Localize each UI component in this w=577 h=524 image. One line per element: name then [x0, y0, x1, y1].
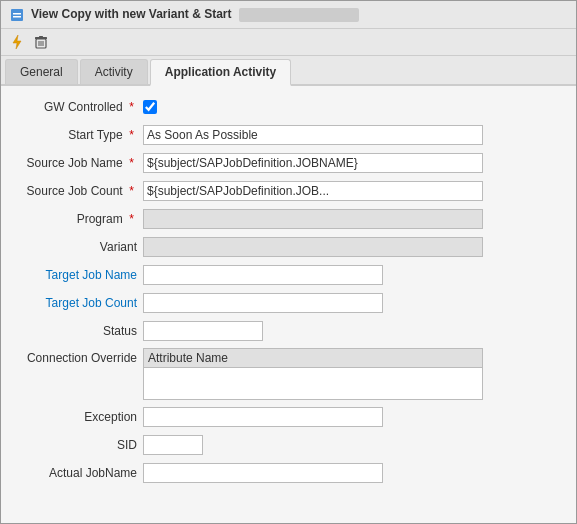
main-window: View Copy with new Variant & Start Gener… [0, 0, 577, 524]
start-type-row: Start Type * [13, 124, 564, 146]
toolbar [1, 29, 576, 56]
target-job-name-input[interactable] [143, 265, 383, 285]
source-job-name-label: Source Job Name * [13, 156, 143, 170]
exception-label: Exception [13, 410, 143, 424]
start-type-label: Start Type * [13, 128, 143, 142]
variant-input[interactable] [143, 237, 483, 257]
required-star: * [129, 100, 134, 114]
svg-rect-1 [13, 13, 21, 15]
target-job-count-label: Target Job Count [13, 296, 143, 310]
svg-rect-0 [11, 9, 23, 21]
connection-override-label: Connection Override [13, 348, 143, 365]
form-content: GW Controlled * Start Type * Source Job … [1, 86, 576, 523]
source-job-count-label: Source Job Count * [13, 184, 143, 198]
source-job-name-row: Source Job Name * [13, 152, 564, 174]
actual-job-name-label: Actual JobName [13, 466, 143, 480]
target-job-name-row: Target Job Name [13, 264, 564, 286]
target-job-name-label: Target Job Name [13, 268, 143, 282]
lightning-button[interactable] [7, 32, 27, 52]
variant-row: Variant [13, 236, 564, 258]
required-star-4: * [129, 184, 134, 198]
exception-row: Exception [13, 406, 564, 428]
delete-button[interactable] [31, 32, 51, 52]
source-job-count-input[interactable] [143, 181, 483, 201]
connection-override-row: Connection Override Attribute Name [13, 348, 564, 400]
status-input[interactable] [143, 321, 263, 341]
sid-input[interactable] [143, 435, 203, 455]
gw-controlled-checkbox[interactable] [143, 100, 157, 114]
required-star-2: * [129, 128, 134, 142]
start-type-input[interactable] [143, 125, 483, 145]
svg-rect-2 [13, 16, 21, 18]
target-job-count-input[interactable] [143, 293, 383, 313]
tab-application-activity[interactable]: Application Activity [150, 59, 292, 86]
actual-job-name-row: Actual JobName [13, 462, 564, 484]
connection-override-body[interactable] [144, 368, 482, 399]
connection-override-table[interactable]: Attribute Name [143, 348, 483, 400]
svg-marker-3 [13, 35, 21, 49]
status-row: Status [13, 320, 564, 342]
title-blurred-part [239, 8, 359, 22]
status-label: Status [13, 324, 143, 338]
tab-general[interactable]: General [5, 59, 78, 84]
tab-bar: General Activity Application Activity [1, 56, 576, 86]
required-star-5: * [129, 212, 134, 226]
sid-label: SID [13, 438, 143, 452]
svg-rect-6 [39, 36, 43, 38]
connection-override-header: Attribute Name [144, 349, 482, 368]
source-job-name-input[interactable] [143, 153, 483, 173]
actual-job-name-input[interactable] [143, 463, 383, 483]
window-icon [9, 7, 25, 23]
gw-controlled-checkbox-wrap [143, 100, 157, 114]
gw-controlled-label: GW Controlled * [13, 100, 143, 114]
program-row: Program * [13, 208, 564, 230]
sid-row: SID [13, 434, 564, 456]
window-title: View Copy with new Variant & Start [31, 7, 568, 22]
required-star-3: * [129, 156, 134, 170]
title-bar: View Copy with new Variant & Start [1, 1, 576, 29]
gw-controlled-row: GW Controlled * [13, 96, 564, 118]
program-input[interactable] [143, 209, 483, 229]
variant-label: Variant [13, 240, 143, 254]
exception-input[interactable] [143, 407, 383, 427]
tab-activity[interactable]: Activity [80, 59, 148, 84]
source-job-count-row: Source Job Count * [13, 180, 564, 202]
target-job-count-row: Target Job Count [13, 292, 564, 314]
program-label: Program * [13, 212, 143, 226]
